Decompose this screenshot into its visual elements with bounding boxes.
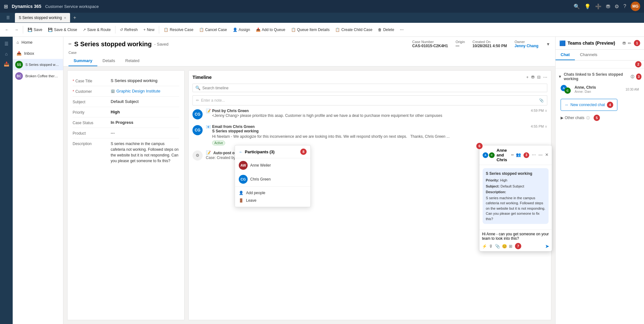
- autopost-type-icon: 📝: [206, 150, 211, 155]
- tab-chat[interactable]: Chat: [556, 50, 575, 60]
- timeline-actions: + ⛃ ⊟ ⋯: [526, 75, 547, 79]
- badge-3: 3: [636, 73, 641, 80]
- close-icon[interactable]: ✕: [64, 16, 66, 20]
- back-icon[interactable]: ←: [239, 149, 243, 154]
- back-button[interactable]: ←: [3, 26, 11, 34]
- add-to-queue-button[interactable]: 📥Add to Queue: [253, 26, 288, 34]
- s-series-avatar: SS: [15, 61, 23, 68]
- participants-icon[interactable]: 👥: [516, 152, 521, 158]
- attachment-icon[interactable]: 📎: [495, 244, 500, 249]
- queue-item-details-button[interactable]: 📋Queue Item Details: [289, 26, 332, 34]
- assign-button[interactable]: 👤Assign: [230, 26, 253, 34]
- chevron-right-icon: ▶: [561, 116, 563, 120]
- cancel-case-button[interactable]: 📋Cancel Case: [197, 26, 230, 34]
- chat-item-anne-chris[interactable]: A C Anne, Chris Anne: Dan 10:30 AM: [558, 82, 641, 96]
- tab-channels[interactable]: Channels: [575, 50, 602, 60]
- manage-icon[interactable]: ⊟: [537, 75, 541, 79]
- new-connected-chat-button[interactable]: ↔ New connected chat 4: [561, 99, 617, 111]
- nav-label-inbox: Inbox: [24, 51, 34, 56]
- badge-4: 4: [607, 102, 613, 108]
- save-close-button[interactable]: 💾Save & Close: [45, 26, 80, 34]
- emoji-icon[interactable]: 😊: [502, 244, 507, 249]
- post-content: 📝 Post by Chris Green <Jenny Chang> plea…: [206, 109, 547, 119]
- badge-6: 6: [476, 143, 483, 149]
- save-button[interactable]: 💾Save: [25, 26, 45, 34]
- mic-icon[interactable]: 🎙: [489, 244, 493, 249]
- participant-anne: AW Anne Weiler: [235, 158, 310, 172]
- grid-icon[interactable]: ⊞: [509, 244, 512, 249]
- badge-7: 7: [515, 243, 521, 249]
- edit-icon[interactable]: ✏: [511, 153, 514, 157]
- chat-window-body: S Series stopped working Priority: High …: [479, 165, 552, 230]
- badge-2: 2: [635, 61, 641, 67]
- more-button[interactable]: ⋯: [397, 26, 406, 34]
- lightning-icon[interactable]: ⚡: [482, 244, 487, 249]
- filter-icon[interactable]: ⛃: [531, 75, 535, 79]
- nav-item-inbox[interactable]: 📥 Inbox: [13, 48, 63, 59]
- nav-item-home[interactable]: ⌂ Home: [13, 37, 63, 48]
- leave-item[interactable]: 🚪 Leave: [239, 197, 307, 204]
- expand-icon[interactable]: ▼: [546, 42, 550, 47]
- user-avatar[interactable]: MG: [631, 2, 640, 11]
- notification-icon[interactable]: 💡: [584, 3, 591, 10]
- post-title: Post by Chris Green: [212, 109, 442, 113]
- active-badge: Active: [212, 141, 225, 145]
- chris-avatar: CG: [239, 175, 248, 184]
- funnel-icon[interactable]: ⛃: [606, 3, 610, 10]
- add-people-item[interactable]: 👤 Add people: [239, 189, 307, 197]
- home-nav-icon[interactable]: ⌂: [3, 49, 10, 58]
- chat-toolbar: ⚡ 🎙 📎 😊 ⊞ 7 ➤: [482, 242, 549, 249]
- chevron-down-icon: ▼: [558, 74, 562, 79]
- filter-teams-icon[interactable]: ⛃: [622, 41, 626, 46]
- forward-button[interactable]: →: [12, 26, 21, 34]
- linked-header[interactable]: ▼ Chats linked to S Series stopped worki…: [558, 71, 641, 82]
- timeline-note-input[interactable]: ✏ Enter a note... 📎: [192, 95, 547, 105]
- nav-item-broken-coffee[interactable]: BC Broken Coffee thermo...: [13, 70, 63, 82]
- inbox-nav-icon[interactable]: 📥: [2, 60, 11, 68]
- create-child-case-button[interactable]: 📋Create Child Case: [333, 26, 375, 34]
- sidebar-nav: ⌂ Home 📥 Inbox SS S Series stopped work.…: [13, 37, 63, 324]
- top-nav: ⊞ Dynamics 365 Customer Service workspac…: [0, 0, 644, 13]
- timeline-search-input[interactable]: [202, 86, 544, 90]
- app-grid-icon[interactable]: ⊞: [4, 3, 8, 10]
- nav-item-s-series[interactable]: SS S Series stopped work...: [13, 59, 63, 70]
- hamburger-menu[interactable]: ☰: [3, 13, 14, 22]
- send-button[interactable]: ➤: [545, 243, 549, 249]
- delete-button[interactable]: 🗑Delete: [375, 26, 397, 34]
- close-chat-icon[interactable]: ✕: [545, 152, 549, 158]
- av-a: A: [483, 152, 488, 158]
- add-icon[interactable]: ➕: [595, 3, 602, 10]
- chat-input[interactable]: Hi Anne - can you get someone on your te…: [482, 232, 549, 241]
- minimize-icon[interactable]: —: [538, 152, 543, 158]
- record-header: ✏ S Series stopped working - Saved Case …: [63, 37, 555, 67]
- tab-related[interactable]: Related: [120, 56, 145, 66]
- more-timeline-icon[interactable]: ⋯: [543, 75, 547, 79]
- inbox-icon: 📥: [16, 51, 22, 56]
- nav-label-broken-coffee: Broken Coffee thermo...: [25, 74, 61, 78]
- other-chats-section[interactable]: ▶ Other chats ⓘ 5: [558, 113, 641, 122]
- sidebar-nav-icon[interactable]: ☰: [3, 39, 10, 48]
- email-subject: S Series stopped working: [212, 129, 528, 133]
- more-chat-icon[interactable]: ⋯: [532, 152, 536, 158]
- attachment-icon[interactable]: 📎: [539, 98, 544, 103]
- tab-add-button[interactable]: +: [71, 15, 78, 21]
- save-route-button[interactable]: ↗Save & Route: [80, 26, 113, 34]
- field-case-status: Case Status In Progress: [73, 118, 179, 128]
- tab-details[interactable]: Details: [97, 56, 120, 66]
- participant-chris: CG Chris Green: [235, 172, 310, 186]
- help-icon[interactable]: ?: [623, 3, 626, 9]
- chat-avatars: A C: [561, 85, 572, 94]
- email-avatar: CG: [192, 125, 203, 135]
- settings-icon[interactable]: ⚙: [615, 3, 619, 10]
- leave-icon: 🚪: [239, 198, 244, 203]
- resolve-case-button[interactable]: 📋Resolve Case: [161, 26, 196, 34]
- refresh-button[interactable]: ↺Refresh: [117, 26, 140, 34]
- form-panel: *Case Title S Series stopped working *Cu…: [67, 70, 185, 320]
- search-icon[interactable]: 🔍: [574, 3, 580, 10]
- add-timeline-icon[interactable]: +: [526, 75, 529, 79]
- tab-label: S Series stopped working: [19, 16, 62, 20]
- new-button[interactable]: +New: [141, 26, 157, 34]
- tab-s-series[interactable]: S Series stopped working ✕: [15, 13, 70, 22]
- tab-summary[interactable]: Summary: [68, 56, 97, 66]
- compose-icon[interactable]: ✏: [628, 41, 631, 46]
